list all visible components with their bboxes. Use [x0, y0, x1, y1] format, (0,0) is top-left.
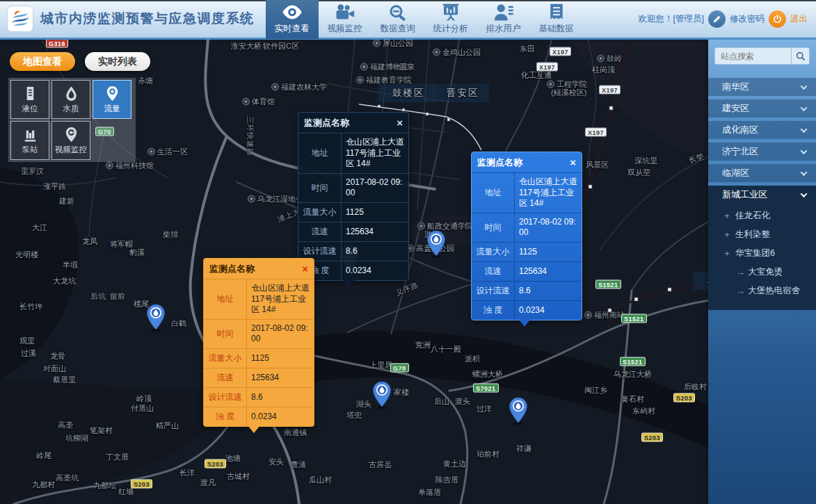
map-label: 瓜山村 — [309, 475, 332, 485]
site-item[interactable]: →大堡热电宿舍 — [708, 282, 816, 300]
map-label-text: 里罗汉 — [21, 166, 44, 177]
map-label-text: 笔架村 — [90, 425, 113, 436]
map-label: 对面山 — [43, 364, 66, 374]
map-marker-blue[interactable] — [509, 397, 528, 425]
popup-field-row: 设计流速8.6 — [298, 241, 408, 261]
field-label: 时间 — [204, 320, 247, 348]
map-label: 笔架村 — [90, 425, 113, 436]
district-item[interactable]: 新城工业区 — [708, 186, 816, 204]
map-label-text: 岭顶 — [136, 393, 152, 404]
close-icon[interactable]: × — [302, 265, 308, 273]
map-canvas[interactable]: 淮安大桥软件园C区屏山公园金鸡山公园东田化工互通工程学院(鳝溪校区)鼓岭柱岗顶福… — [0, 0, 816, 504]
palette-videopin-button[interactable]: 视频监控 — [51, 121, 90, 160]
map-label: 东屿村 — [632, 406, 655, 416]
site-item[interactable]: →大宝免烫 — [708, 263, 816, 282]
tab-label: 统计分析 — [433, 23, 468, 35]
map-label: 半塅 — [63, 260, 78, 270]
palette-quality-button[interactable]: 水质 — [51, 80, 90, 119]
popup-tail — [342, 279, 355, 287]
list-view-button[interactable]: 实时列表 — [85, 52, 150, 71]
chevron-down-icon — [801, 126, 808, 133]
poi-icon — [584, 311, 592, 319]
map-label-text: 塔兜 — [346, 410, 362, 421]
district-item[interactable]: 南华区 — [708, 78, 816, 96]
map-label-text: 柴排 — [163, 229, 178, 240]
logout-link[interactable]: 退出 — [790, 13, 808, 25]
map-label-text: 派积 — [465, 354, 480, 364]
tab-stats[interactable]: 统计分析 — [424, 0, 477, 39]
map-label: 乌龙江大桥 — [614, 369, 652, 380]
map-label: 温泉 — [399, 62, 415, 72]
map-label: 安头 — [269, 457, 284, 467]
monitor-popup-blue: 监测点名称×地址仓山区浦上大道117号浦上工业区 14#时间2017-08-02… — [471, 152, 582, 320]
tab-eye[interactable]: 实时查看 — [266, 0, 319, 39]
site-search-input[interactable] — [721, 51, 791, 61]
map-label-text: 白鹤 — [171, 318, 186, 329]
popup-title-bar: 监测点名称× — [472, 152, 582, 172]
map-poi-label: 生活一区 — [147, 147, 188, 157]
map-label-text: 高垄 — [58, 420, 73, 430]
district-item[interactable]: 成化南区 — [708, 121, 816, 139]
power-icon[interactable] — [769, 10, 786, 28]
tab-camera[interactable]: 视频监控 — [319, 0, 371, 39]
palette-flow-button[interactable]: 流量 — [93, 80, 131, 119]
map-label: 南通镇 — [284, 428, 307, 438]
site-item[interactable]: +生利染整 — [708, 225, 816, 244]
map-label: 鼓楼区 — [378, 84, 435, 102]
map-label-text: 体育馆 — [252, 97, 275, 107]
map-label-text: 后坑 — [90, 291, 106, 302]
district-item[interactable]: 临湖区 — [708, 164, 816, 182]
palette-level-button[interactable]: 液位 — [10, 80, 49, 119]
map-label: 古房岳 — [369, 460, 392, 470]
tab-users[interactable]: 排水用户 — [477, 0, 530, 39]
popup-field-row: 流速125634 — [204, 368, 314, 387]
site-item[interactable]: +佳龙石化 — [708, 206, 816, 225]
logo-waves-icon — [10, 8, 31, 29]
close-icon[interactable]: × — [570, 158, 576, 167]
view-toggle: 地图查看 实时列表 — [10, 52, 150, 71]
tab-query[interactable]: 数据查询 — [371, 0, 424, 39]
map-label-text: 高垄坑 — [56, 473, 79, 483]
popup-tail — [518, 319, 531, 327]
tab-label: 排水用户 — [486, 23, 521, 35]
map-label-text: 半塅 — [63, 260, 78, 270]
map-label-text: 风景区 — [586, 160, 609, 170]
close-icon[interactable]: × — [397, 119, 403, 127]
map-label-text: 付厝山 — [131, 403, 154, 414]
map-label: 双从茔 — [627, 168, 650, 178]
popup-field-row: 时间2017-08-02 09:00 — [204, 319, 314, 348]
field-label: 流速 — [204, 368, 247, 387]
map-label: 过溪 — [21, 348, 36, 359]
map-label-text: 祥谦 — [516, 444, 531, 454]
search-icon[interactable] — [791, 48, 809, 64]
field-value: 仓山区浦上大道117号浦上工业区 14# — [515, 173, 582, 213]
map-view-button[interactable]: 地图查看 — [10, 52, 75, 71]
map-poi-label: 体育馆 — [242, 97, 275, 107]
map-label: 淮安大桥 — [231, 41, 262, 51]
map-marker-blue[interactable] — [146, 304, 166, 332]
map-label-text: 光明楼 — [15, 250, 38, 260]
map-label-text: 龙凤 — [82, 236, 97, 247]
site-item[interactable]: +华宝集团6 — [708, 244, 816, 263]
palette-pump-button[interactable]: 泵站 — [10, 121, 49, 160]
pencil-icon[interactable] — [708, 10, 726, 28]
map-marker-blue[interactable] — [426, 230, 446, 258]
map-label-text: 涨平路 — [43, 181, 66, 192]
field-value: 仓山区浦上大道117号浦上工业区 14# — [247, 279, 314, 319]
map-label-text: 深坑里 — [634, 156, 657, 166]
road-badge: S203 — [131, 480, 152, 489]
map-label: 大龙坑 — [53, 276, 76, 286]
map-label-text: 后山 — [434, 396, 449, 407]
map-label: 留前 — [110, 291, 125, 302]
district-label: 建安区 — [722, 102, 749, 115]
map-marker-blue[interactable] — [372, 381, 392, 409]
map-label: 家楼 — [394, 387, 409, 398]
district-item[interactable]: 建安区 — [708, 99, 816, 117]
district-item[interactable]: 济宁北区 — [708, 143, 816, 161]
popup-title-bar: 监测点名称× — [298, 113, 408, 133]
tab-basedata[interactable]: 基础数据 — [530, 0, 583, 39]
change-password-link[interactable]: 修改密码 — [730, 13, 765, 25]
field-label: 流量大小 — [472, 243, 515, 261]
popup-field-row: 流量大小1125 — [472, 242, 582, 261]
site-label: 生利染整 — [735, 229, 770, 241]
